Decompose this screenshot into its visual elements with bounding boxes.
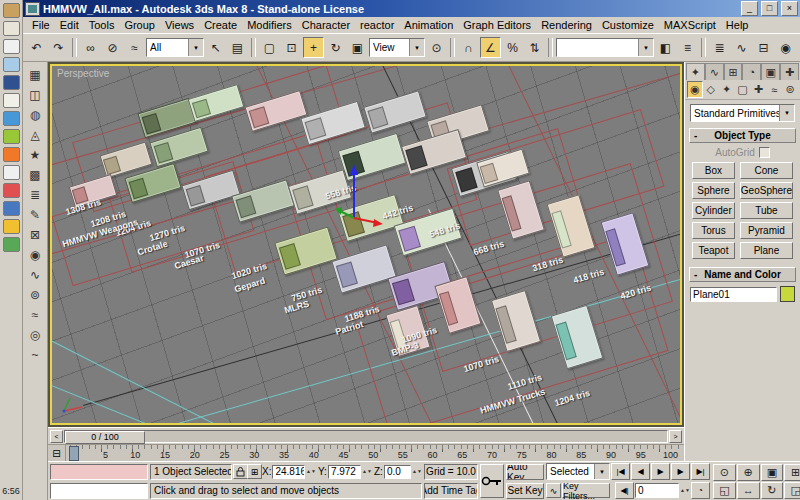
perspective-viewport[interactable]: Perspective 1308 tris1208 tris1204 trisH… xyxy=(50,64,682,425)
align-icon[interactable]: ≡ xyxy=(677,37,698,58)
star-icon[interactable]: ★ xyxy=(26,145,45,164)
timeline-ruler[interactable]: 0510152025303540455055606570758085909510… xyxy=(66,445,684,461)
time-slider-next-button[interactable]: > xyxy=(669,430,682,443)
launcher-icon[interactable] xyxy=(3,183,20,198)
region-zoom-icon[interactable]: ◱ xyxy=(713,482,736,499)
selection-filter-dropdown[interactable]: All▼ xyxy=(146,38,204,57)
time-configuration-button[interactable]: ◔ xyxy=(691,482,710,499)
chevron-down-icon[interactable]: ▼ xyxy=(594,464,609,479)
min-max-toggle-icon[interactable]: ◲ xyxy=(784,482,800,499)
category-lights[interactable]: ✦ xyxy=(719,81,735,98)
maxscript-mini-listener-pink[interactable] xyxy=(50,464,148,480)
reference-coordinate-dropdown[interactable]: View▼ xyxy=(369,38,425,57)
minimize-button[interactable]: _ xyxy=(741,1,758,16)
zoom-icon[interactable]: ⊙ xyxy=(713,464,736,481)
button-cone[interactable]: Cone xyxy=(740,162,793,179)
curve-editor-icon[interactable]: ∿ xyxy=(731,37,752,58)
launcher-icon[interactable] xyxy=(3,93,20,108)
next-key-button[interactable]: ▶ xyxy=(671,463,690,480)
unlink-selection-icon[interactable]: ⊘ xyxy=(102,37,123,58)
menu-reactor[interactable]: reactor xyxy=(355,18,399,32)
tab-create[interactable]: ✦ xyxy=(686,63,705,80)
button-torus[interactable]: Torus xyxy=(692,222,735,239)
play-button[interactable]: ▶ xyxy=(651,463,670,480)
absolute-offset-toggle-icon[interactable]: ⊞ xyxy=(247,464,262,479)
menu-views[interactable]: Views xyxy=(160,18,199,32)
current-frame-field[interactable]: 0 xyxy=(635,483,679,498)
default-in-out-tangent-icon[interactable]: ∿ xyxy=(546,483,561,498)
waves-icon[interactable]: ≈ xyxy=(26,305,45,324)
snap-toggle-icon[interactable]: ∩ xyxy=(458,37,479,58)
button-tube[interactable]: Tube xyxy=(740,202,793,219)
select-and-move-icon[interactable]: + xyxy=(303,37,324,58)
launcher-icon[interactable] xyxy=(3,75,20,90)
category-shapes[interactable]: ◇ xyxy=(703,81,719,98)
layer-manager-icon[interactable]: ≣ xyxy=(709,37,730,58)
autogrid-checkbox[interactable] xyxy=(759,147,770,158)
set-keys-button[interactable] xyxy=(480,464,504,498)
percent-snap-icon[interactable]: % xyxy=(502,37,523,58)
cubes-icon[interactable]: ▦ xyxy=(26,65,45,84)
zoom-all-icon[interactable]: ⊕ xyxy=(737,464,760,481)
time-slider-handle[interactable]: 0 / 100 xyxy=(65,431,145,444)
select-by-name-icon[interactable]: ▤ xyxy=(227,37,248,58)
menu-create[interactable]: Create xyxy=(199,18,242,32)
category-helpers[interactable]: ✚ xyxy=(750,81,766,98)
category-spacewarps[interactable]: ≈ xyxy=(766,81,782,98)
mini-curve-editor-button[interactable]: ⊟ xyxy=(48,445,66,461)
add-time-tag[interactable]: Add Time Tag xyxy=(424,483,478,499)
use-pivot-center-icon[interactable]: ⊙ xyxy=(426,37,447,58)
current-frame-marker[interactable] xyxy=(69,446,79,461)
menu-modifiers[interactable]: Modifiers xyxy=(242,18,297,32)
door-icon[interactable]: ◫ xyxy=(26,85,45,104)
pencil-icon[interactable]: ✎ xyxy=(26,205,45,224)
launcher-icon[interactable] xyxy=(3,237,20,252)
go-to-start-button[interactable]: |◀ xyxy=(611,463,630,480)
name-color-rollout[interactable]: - Name and Color xyxy=(689,267,796,282)
title-bar[interactable]: HMMVW_All.max - Autodesk 3ds Max 8 - Sta… xyxy=(23,0,800,17)
undo-icon[interactable]: ↶ xyxy=(26,37,47,58)
spinner-icon[interactable]: ▲▼ xyxy=(680,488,690,493)
launcher-icon[interactable] xyxy=(3,39,20,54)
viewport-name-label[interactable]: Perspective xyxy=(57,68,109,79)
category-geometry[interactable]: ◉ xyxy=(687,81,703,98)
plane-icon[interactable]: ◬ xyxy=(26,125,45,144)
bind-to-spacewarp-icon[interactable]: ≈ xyxy=(124,37,145,58)
button-sphere[interactable]: Sphere xyxy=(692,182,735,199)
object-name-field[interactable]: Plane01 xyxy=(690,287,777,302)
chevron-down-icon[interactable]: ▼ xyxy=(188,39,203,56)
launcher-icon[interactable] xyxy=(3,21,20,36)
primitive-type-dropdown[interactable]: Standard Primitives ▼ xyxy=(690,104,795,122)
menu-rendering[interactable]: Rendering xyxy=(536,18,597,32)
select-and-rotate-icon[interactable]: ↻ xyxy=(325,37,346,58)
auto-key-button[interactable]: Auto Key xyxy=(506,464,544,480)
material-editor-icon[interactable]: ◉ xyxy=(775,37,796,58)
menu-tools[interactable]: Tools xyxy=(84,18,120,32)
chevron-down-icon[interactable]: ▼ xyxy=(638,39,653,56)
clamp-icon[interactable]: ⊠ xyxy=(26,225,45,244)
pan-icon[interactable]: ↔ xyxy=(737,482,760,499)
menu-graph-editors[interactable]: Graph Editors xyxy=(458,18,536,32)
menu-character[interactable]: Character xyxy=(297,18,355,32)
time-slider-prev-button[interactable]: < xyxy=(50,430,63,443)
redo-icon[interactable]: ↷ xyxy=(48,37,69,58)
mirror-icon[interactable]: ◧ xyxy=(655,37,676,58)
ring-icon[interactable]: ⊚ xyxy=(26,285,45,304)
target-icon[interactable]: ◉ xyxy=(26,245,45,264)
stack-icon[interactable]: ≣ xyxy=(26,185,45,204)
category-systems[interactable]: ⊚ xyxy=(782,81,798,98)
time-slider-track[interactable]: 0 / 100 xyxy=(64,430,668,443)
launcher-icon[interactable] xyxy=(3,129,20,144)
launcher-icon[interactable] xyxy=(3,147,20,162)
zoom-extents-all-icon[interactable]: ⊞ xyxy=(784,464,800,481)
button-plane[interactable]: Plane xyxy=(740,242,793,259)
launcher-icon[interactable] xyxy=(3,57,20,72)
spinner-icon[interactable]: ▲▼ xyxy=(412,469,422,474)
launcher-icon[interactable] xyxy=(3,201,20,216)
menu-file[interactable]: File xyxy=(27,18,55,32)
previous-frame-button[interactable]: ◀| xyxy=(615,482,634,499)
rectangular-selection-icon[interactable]: ▢ xyxy=(259,37,280,58)
close-button[interactable]: × xyxy=(781,1,798,16)
object-type-rollout[interactable]: - Object Type xyxy=(689,128,796,143)
angle-snap-icon[interactable]: ∠ xyxy=(480,37,501,58)
